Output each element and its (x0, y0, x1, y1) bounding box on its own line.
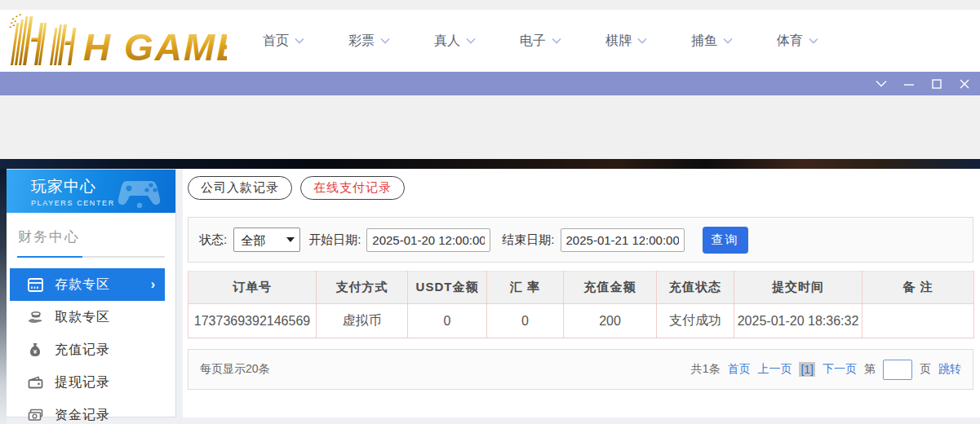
next-page-link[interactable]: 下一页 (823, 362, 857, 377)
status-select[interactable]: 全部 (233, 227, 300, 252)
col-remark: 备 注 (862, 272, 974, 304)
cell-exchange-rate: 0 (487, 304, 564, 338)
nav-item-live[interactable]: 真人 (434, 33, 476, 50)
col-order-number: 订单号 (188, 272, 317, 304)
top-strip (0, 0, 980, 10)
chevron-down-icon (295, 38, 304, 44)
col-submit-time: 提交时间 (734, 272, 862, 304)
nav-label: 体育 (777, 33, 803, 50)
nav-item-lottery[interactable]: 彩票 (348, 33, 390, 50)
sidebar-item-label: 提现记录 (55, 374, 110, 391)
pager: 共1条 首页 上一页 [1] 下一页 第 页 跳转 (691, 360, 961, 380)
maximize-icon (931, 78, 942, 90)
jump-suffix-label: 页 (920, 362, 931, 377)
payment-records-table: 订单号 支付方式 USDT金额 汇 率 充值金额 充值状态 提交时间 备 注 1… (188, 271, 974, 338)
nav-item-slots[interactable]: 电子 (520, 33, 561, 50)
sidebar-item-funds-records[interactable]: 资金记录 (7, 399, 175, 424)
cell-recharge-status: 支付成功 (657, 304, 734, 338)
status-select-wrap: 全部 (233, 227, 300, 252)
nav-item-fishing[interactable]: 捕鱼 (691, 33, 733, 50)
prev-page-link[interactable]: 上一页 (757, 362, 792, 377)
window-minimize-button[interactable] (902, 77, 916, 91)
cell-payment-method: 虚拟币 (317, 304, 408, 338)
wallet-icon (27, 374, 43, 391)
nav-label: 真人 (434, 33, 460, 50)
status-label: 状态: (199, 232, 227, 248)
window-dropdown-button[interactable] (874, 77, 889, 91)
banknotes-icon (27, 407, 43, 423)
chevron-down-icon (637, 38, 647, 44)
total-count-text: 共1条 (691, 362, 721, 377)
nav-item-boardgames[interactable]: 棋牌 (605, 33, 647, 50)
start-date-label: 开始日期: (308, 232, 361, 248)
tab-company-deposit-records[interactable]: 公司入款记录 (188, 176, 292, 200)
current-page-indicator: [1] (799, 362, 815, 377)
logo-text: H GAME (83, 26, 227, 68)
query-button[interactable]: 查询 (703, 227, 748, 254)
first-page-link[interactable]: 首页 (727, 362, 750, 377)
tab-online-payment-records[interactable]: 在线支付记录 (300, 176, 405, 200)
chevron-down-icon (876, 80, 887, 87)
close-icon (959, 78, 970, 90)
end-date-label: 结束日期: (502, 232, 554, 248)
cell-recharge-amount: 200 (564, 304, 657, 338)
chevron-down-icon (466, 38, 476, 44)
chevron-down-icon (380, 38, 390, 44)
background-banner (0, 159, 980, 169)
gamepad-icon (115, 176, 167, 209)
filter-bar: 状态: 全部 开始日期: 结束日期: 查询 (188, 217, 973, 263)
cell-remark (862, 304, 974, 338)
sidebar-item-withdrawal-records[interactable]: 提现记录 (7, 366, 175, 399)
nav-label: 彩票 (348, 33, 375, 50)
col-payment-method: 支付方式 (317, 272, 408, 304)
nav-label: 捕鱼 (691, 33, 717, 50)
background-left-edge (0, 169, 7, 424)
sidebar-item-label: 存款专区 (55, 276, 110, 294)
record-tabs: 公司入款记录 在线支付记录 (188, 176, 405, 200)
page-size-text: 每页显示20条 (200, 362, 270, 377)
window-maximize-button[interactable] (929, 77, 944, 91)
site-header: H GAME 首页 彩票 真人 电子 棋牌 捕鱼 体育 (0, 10, 980, 72)
logo-graphic: H GAME (7, 13, 227, 68)
sidebar-item-label: 充值记录 (55, 342, 110, 359)
sidebar-item-label: 取款专区 (55, 309, 110, 326)
jump-prefix-label: 第 (864, 362, 876, 377)
cell-order-number: 1737369392146569 (188, 304, 317, 338)
window-close-button[interactable] (957, 77, 972, 91)
money-bag-icon: ¥ (27, 342, 43, 358)
jump-page-input[interactable] (883, 360, 912, 380)
sidebar-header: 玩家中心 PLAYERS CENTER (7, 170, 175, 213)
cell-usdt-amount: 0 (408, 304, 487, 338)
col-recharge-status: 充值状态 (657, 272, 734, 304)
chevron-down-icon (723, 38, 733, 44)
sidebar: 玩家中心 PLAYERS CENTER 财务中心 存款专区 › 取款专区 ¥ (7, 169, 176, 417)
col-exchange-rate: 汇 率 (487, 272, 564, 304)
sidebar-menu: 存款专区 › 取款专区 ¥ 充值记录 提现记录 资金记录 (7, 268, 175, 424)
nav-label: 首页 (263, 33, 289, 50)
table-row: 1737369392146569 虚拟币 0 0 200 支付成功 2025-0… (188, 304, 974, 338)
table-header-row: 订单号 支付方式 USDT金额 汇 率 充值金额 充值状态 提交时间 备 注 (188, 272, 974, 304)
chevron-down-icon (809, 38, 818, 44)
svg-text:¥: ¥ (33, 348, 38, 356)
minimize-icon (903, 78, 915, 90)
sidebar-section-underline (17, 256, 165, 258)
main-content: 公司入款记录 在线支付记录 状态: 全部 开始日期: 结束日期: 查询 订单号 … (183, 169, 980, 417)
nav-item-sports[interactable]: 体育 (777, 33, 818, 50)
jump-button[interactable]: 跳转 (938, 362, 961, 377)
col-recharge-amount: 充值金额 (564, 272, 657, 304)
start-date-input[interactable] (366, 228, 490, 252)
sidebar-item-deposit-zone[interactable]: 存款专区 › (10, 268, 165, 301)
nav-label: 电子 (520, 33, 546, 50)
nav-item-home[interactable]: 首页 (263, 33, 304, 50)
nav-label: 棋牌 (605, 33, 632, 50)
sidebar-item-label: 资金记录 (55, 407, 110, 424)
end-date-input[interactable] (561, 228, 685, 252)
brand-logo[interactable]: H GAME (7, 13, 227, 72)
sidebar-item-withdraw-zone[interactable]: 取款专区 (7, 301, 175, 333)
chevron-down-icon (552, 38, 561, 44)
main-nav: 首页 彩票 真人 电子 棋牌 捕鱼 体育 (263, 10, 818, 72)
window-title-bar (0, 72, 980, 95)
sidebar-item-recharge-records[interactable]: ¥ 充值记录 (7, 333, 175, 366)
deposit-card-icon (27, 276, 43, 293)
cell-submit-time: 2025-01-20 18:36:32 (734, 304, 862, 338)
